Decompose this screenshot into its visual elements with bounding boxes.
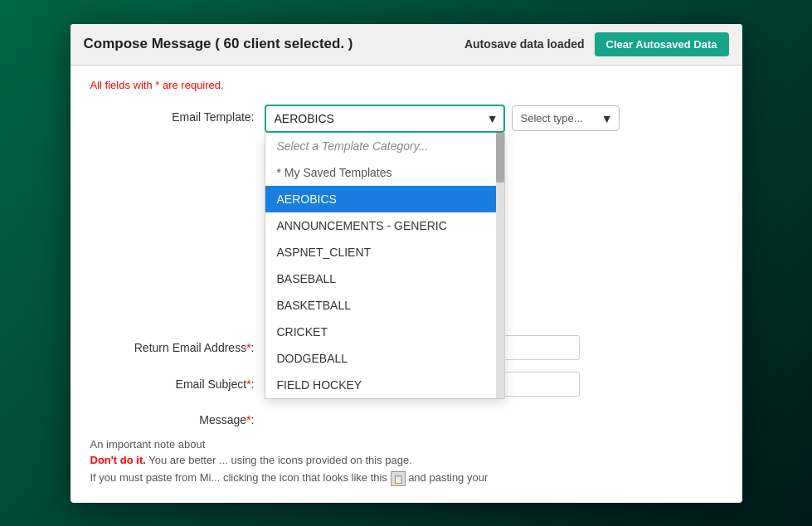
modal-title: Compose Message ( 60 client selected. ) xyxy=(84,36,353,52)
email-subject-required-star: * xyxy=(246,377,250,391)
type-select-wrapper: Select type... ▼ xyxy=(512,105,620,131)
required-star: * xyxy=(155,79,163,91)
dropdown-item-basketball[interactable]: BASKETBALL xyxy=(265,292,496,319)
email-template-row: Email Template: AEROBICS ▼ Select a Temp… xyxy=(90,105,722,133)
dont-label: Don't do it. xyxy=(90,454,146,466)
modal-header: Compose Message ( 60 client selected. ) … xyxy=(71,24,742,66)
dont-text: You are better xyxy=(148,454,216,466)
notes-section: An important note about Don't do it. You… xyxy=(90,438,722,486)
important-note: An important note about xyxy=(90,438,722,451)
template-select[interactable]: AEROBICS xyxy=(265,105,505,133)
autosave-section: Autosave data loaded Clear Autosaved Dat… xyxy=(464,32,729,56)
return-email-label: Return Email Address*: xyxy=(90,335,265,354)
dropdown-item-cricket[interactable]: CRICKET xyxy=(265,319,496,345)
template-select-wrapper: AEROBICS ▼ Select a Template Category...… xyxy=(265,105,505,133)
clear-autosave-button[interactable]: Clear Autosaved Data xyxy=(595,32,729,56)
dont-note: Don't do it. You are better ... using th… xyxy=(90,454,722,466)
message-row: Message*: xyxy=(90,408,722,426)
required-note: All fields with * are required. xyxy=(90,79,722,91)
dropdown-item-aerobics[interactable]: AEROBICS xyxy=(265,186,496,212)
dropdown-item-baseball[interactable]: BASEBALL xyxy=(265,265,496,292)
dropdown-item-announcements[interactable]: ANNOUNCEMENTS - GENERIC xyxy=(265,212,496,239)
dropdown-item-dodgeball[interactable]: DODGEBALL xyxy=(265,345,496,372)
paste-note: If you must paste from Mi... clicking th… xyxy=(90,471,722,486)
message-label: Message*: xyxy=(90,408,265,426)
dont-suffix: using the icons provided on this page. xyxy=(231,454,412,466)
email-template-label: Email Template: xyxy=(90,105,265,124)
dropdown-scrollbar[interactable] xyxy=(496,133,504,398)
paste-icon: 📋 xyxy=(391,471,406,486)
dropdown-scrollbar-thumb xyxy=(496,133,504,183)
return-email-required-star: * xyxy=(246,341,250,354)
template-dropdown: Select a Template Category... * My Saved… xyxy=(265,133,505,399)
dropdown-item-aspnet[interactable]: ASPNET_CLIENT xyxy=(265,239,496,265)
autosave-status: Autosave data loaded xyxy=(464,37,585,51)
dropdown-scroll-container: Select a Template Category... * My Saved… xyxy=(265,133,504,398)
dropdown-item-field-hockey[interactable]: FIELD HOCKEY xyxy=(265,372,496,398)
email-subject-label: Email Subject*: xyxy=(90,372,265,391)
type-select[interactable]: Select type... xyxy=(512,105,620,131)
dropdown-item-saved-templates[interactable]: * My Saved Templates xyxy=(265,159,496,186)
dropdown-item-placeholder[interactable]: Select a Template Category... xyxy=(265,133,496,159)
email-template-controls: AEROBICS ▼ Select a Template Category...… xyxy=(265,105,620,133)
message-required-star: * xyxy=(246,413,250,426)
compose-modal: Compose Message ( 60 client selected. ) … xyxy=(71,24,742,503)
modal-body: All fields with * are required. Email Te… xyxy=(71,66,742,503)
dropdown-list: Select a Template Category... * My Saved… xyxy=(265,133,496,398)
